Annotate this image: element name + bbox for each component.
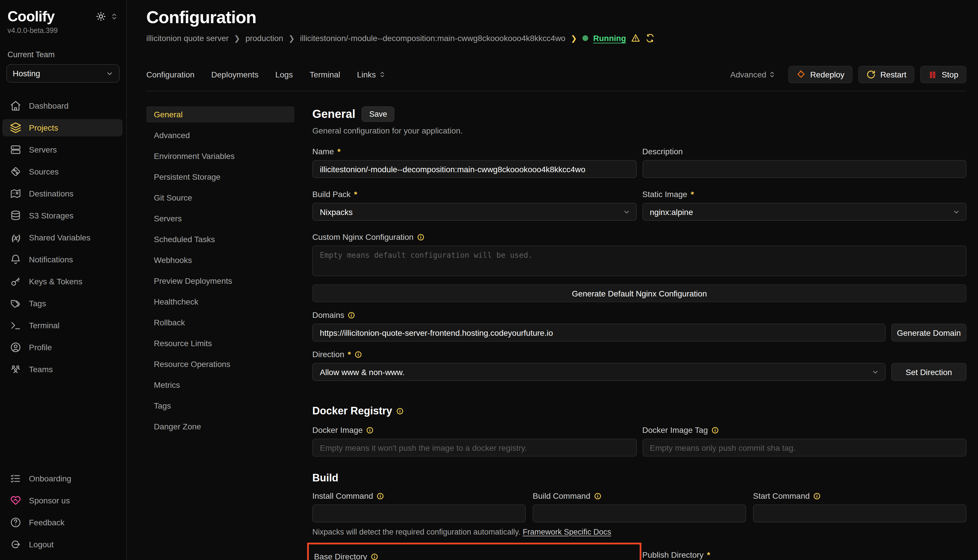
breadcrumb-application[interactable]: illicitestonion/-module--decomposition:m… — [300, 33, 565, 43]
sidebar-item-shared-variables[interactable]: (x) Shared Variables — [2, 229, 123, 246]
sidebar-item-feedback[interactable]: Feedback — [2, 514, 123, 531]
info-icon[interactable] — [354, 350, 362, 358]
team-select[interactable]: Hosting — [7, 64, 120, 83]
sidebar-item-terminal[interactable]: Terminal — [2, 317, 123, 334]
breadcrumb-project[interactable]: illicitonion quote server — [146, 33, 229, 43]
config-nav-environment-variables[interactable]: Environment Variables — [146, 148, 294, 164]
sidebar-item-label: Shared Variables — [29, 233, 90, 242]
generate-nginx-button[interactable]: Generate Default Nginx Configuration — [312, 284, 966, 302]
tab-configuration[interactable]: Configuration — [146, 70, 195, 79]
name-input[interactable] — [312, 160, 637, 178]
sidebar-item-tags[interactable]: Tags — [2, 295, 123, 312]
info-icon[interactable] — [348, 311, 355, 319]
sidebar-item-label: S3 Storages — [29, 211, 74, 220]
theme-sun-icon[interactable] — [96, 12, 106, 22]
theme-selector-icon[interactable] — [110, 13, 118, 20]
sidebar-item-dashboard[interactable]: Dashboard — [2, 97, 123, 115]
config-nav-tags[interactable]: Tags — [146, 398, 294, 414]
sidebar-item-notifications[interactable]: Notifications — [2, 251, 123, 268]
info-icon[interactable] — [366, 426, 374, 434]
build-pack-select[interactable] — [312, 203, 637, 221]
config-nav-persistent-storage[interactable]: Persistent Storage — [146, 169, 294, 185]
required-asterisk: * — [707, 550, 710, 559]
main-area: Configuration illicitonion quote server … — [127, 0, 978, 560]
config-nav-resource-operations[interactable]: Resource Operations — [146, 356, 294, 372]
description-input[interactable] — [642, 160, 966, 178]
brand-logo[interactable]: Coolify — [8, 8, 54, 25]
variable-icon: (x) — [10, 232, 22, 243]
build-command-label: Build Command — [533, 491, 590, 500]
section-subtitle: General configuration for your applicati… — [312, 126, 966, 135]
sidebar-item-logout[interactable]: Logout — [2, 536, 123, 553]
stop-button[interactable]: Stop — [920, 66, 966, 83]
info-icon[interactable] — [376, 492, 384, 500]
framework-docs-link[interactable]: Framework Specific Docs — [523, 528, 611, 536]
config-nav-advanced[interactable]: Advanced — [146, 127, 294, 143]
restart-icon — [866, 70, 876, 79]
restart-button[interactable]: Restart — [858, 66, 914, 83]
info-icon[interactable] — [711, 426, 719, 434]
status-link[interactable]: Running — [593, 33, 626, 43]
required-asterisk: * — [338, 147, 341, 156]
config-nav-preview-deployments[interactable]: Preview Deployments — [146, 273, 294, 289]
config-nav-healthcheck[interactable]: Healthcheck — [146, 293, 294, 310]
info-icon[interactable] — [417, 233, 425, 241]
header-actions: Advanced Redeploy Restart Stop — [730, 66, 966, 83]
info-icon[interactable] — [593, 492, 601, 500]
app-version: v4.0.0-beta.399 — [0, 25, 126, 35]
config-nav-metrics[interactable]: Metrics — [146, 377, 294, 393]
sidebar-item-onboarding[interactable]: Onboarding — [2, 470, 123, 487]
docker-image-tag-input[interactable] — [642, 438, 966, 457]
save-button[interactable]: Save — [362, 106, 395, 122]
install-command-input[interactable] — [312, 505, 526, 522]
generate-domain-button[interactable]: Generate Domain — [891, 323, 966, 342]
redeploy-label: Redeploy — [810, 70, 844, 79]
build-command-input[interactable] — [533, 505, 746, 522]
config-nav-scheduled-tasks[interactable]: Scheduled Tasks — [146, 231, 294, 247]
sidebar-item-s3-storages[interactable]: S3 Storages — [2, 207, 123, 224]
set-direction-button[interactable]: Set Direction — [891, 363, 966, 381]
sidebar-item-label: Onboarding — [29, 474, 71, 483]
config-nav-webhooks[interactable]: Webhooks — [146, 252, 294, 268]
status-dot — [582, 35, 588, 41]
sidebar-item-sponsor-us[interactable]: Sponsor us — [2, 492, 123, 509]
start-command-input[interactable] — [753, 505, 966, 522]
sidebar-item-sources[interactable]: Sources — [2, 163, 123, 180]
sidebar-item-destinations[interactable]: Destinations — [2, 185, 123, 202]
warning-triangle-icon[interactable] — [631, 33, 640, 43]
sidebar-item-profile[interactable]: Profile — [2, 339, 123, 356]
section-heading-general: General — [312, 107, 355, 121]
advanced-dropdown[interactable]: Advanced — [730, 70, 776, 79]
direction-select[interactable] — [312, 363, 886, 381]
domains-input[interactable] — [312, 323, 886, 342]
sidebar-item-projects[interactable]: Projects — [2, 119, 123, 137]
info-icon[interactable] — [371, 553, 378, 560]
home-icon — [10, 100, 22, 112]
current-team-label: Current Team — [0, 50, 126, 59]
tab-logs[interactable]: Logs — [275, 70, 293, 79]
config-nav-danger-zone[interactable]: Danger Zone — [146, 418, 294, 435]
static-image-select[interactable] — [642, 203, 966, 221]
sidebar-item-servers[interactable]: Servers — [2, 141, 123, 158]
domains-label: Domains — [312, 310, 344, 320]
tab-deployments[interactable]: Deployments — [211, 70, 259, 79]
nginx-config-textarea[interactable] — [312, 246, 966, 276]
heart-hands-icon — [10, 495, 22, 506]
breadcrumb-environment[interactable]: production — [246, 33, 283, 43]
sidebar-item-teams[interactable]: Teams — [2, 361, 123, 378]
config-nav-servers[interactable]: Servers — [146, 210, 294, 227]
docker-image-tag-label: Docker Image Tag — [642, 425, 708, 435]
sidebar-item-keys-tokens[interactable]: Keys & Tokens — [2, 273, 123, 290]
docker-image-input[interactable] — [312, 438, 637, 457]
config-nav-resource-limits[interactable]: Resource Limits — [146, 335, 294, 352]
tab-links[interactable]: Links — [357, 70, 386, 79]
tab-terminal[interactable]: Terminal — [310, 70, 340, 79]
refresh-icon[interactable] — [646, 33, 655, 43]
config-nav-git-source[interactable]: Git Source — [146, 190, 294, 206]
redeploy-button[interactable]: Redeploy — [788, 66, 853, 83]
info-icon[interactable] — [813, 492, 821, 500]
config-nav-rollback[interactable]: Rollback — [146, 314, 294, 330]
config-nav-general[interactable]: General — [146, 106, 294, 123]
sidebar-item-label: Projects — [29, 123, 58, 132]
info-icon[interactable] — [396, 407, 404, 415]
